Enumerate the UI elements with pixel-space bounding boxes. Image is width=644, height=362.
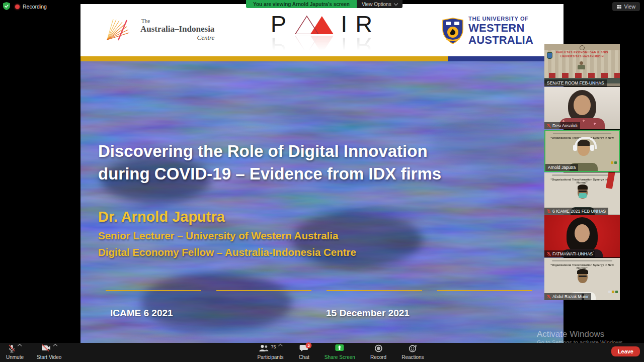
backdrop-quote: “Organizational Transformation Synergy i… xyxy=(547,263,617,269)
participants-menu-caret[interactable] xyxy=(278,344,282,348)
pair-letter-i: I xyxy=(341,14,348,34)
author-name: Dr. Arnold Japutra xyxy=(98,209,356,225)
participants-count: 75 xyxy=(271,344,276,349)
view-button[interactable]: View xyxy=(612,2,640,11)
uwa-line3: AUSTRALIA xyxy=(468,35,533,46)
aic-logo-the: The xyxy=(141,18,214,24)
mic-muted-icon xyxy=(9,344,15,353)
slide-divider-lines xyxy=(106,290,532,291)
unmute-button[interactable]: Unmute xyxy=(6,344,24,360)
uwa-line1: THE UNIVERSITY OF xyxy=(468,16,533,22)
participant-name: SENATE ROOM FEB-UNHAS xyxy=(547,80,604,85)
uwa-crest-icon xyxy=(442,18,463,45)
pair-triangles-icon xyxy=(294,13,334,34)
screen-share-banner: You are viewing Arnold Japutra's screen xyxy=(246,0,357,8)
author-role-1: Senior Lecturer – University of Western … xyxy=(98,230,356,242)
share-screen-icon xyxy=(336,344,344,351)
shared-screen-slide: The Australia–Indonesia Centre P I R P I… xyxy=(80,4,564,343)
chat-unread-badge: 2 xyxy=(306,342,312,348)
participants-icon xyxy=(259,344,269,352)
muted-mic-icon xyxy=(547,209,551,214)
video-thumbnail-desi-arisandi[interactable]: Desi Arisandi xyxy=(544,87,620,129)
muted-mic-icon xyxy=(547,295,551,299)
leave-button[interactable]: Leave xyxy=(611,346,640,356)
video-thumbnail-panel: FAKULTAS EKONOMI DAN BISNIS UNIVERSITAS … xyxy=(544,44,620,301)
aic-logo-centre: Centre xyxy=(140,34,214,41)
share-screen-button[interactable]: Share Screen xyxy=(325,344,355,360)
muted-mic-icon xyxy=(547,124,551,128)
reactions-button[interactable]: Reactions xyxy=(401,344,424,360)
recording-dot-icon xyxy=(15,5,20,9)
chevron-down-icon xyxy=(393,1,397,5)
muted-mic-icon xyxy=(547,252,551,256)
slide-body: Discovering the Role of Digital Innovati… xyxy=(80,61,564,343)
slide-accent-bar xyxy=(80,56,564,61)
view-options-button[interactable]: View Options xyxy=(357,0,403,8)
meeting-toolbar: Unmute Start Video 75 xyxy=(0,343,644,362)
slide-title: Discovering the Role of Digital Innovati… xyxy=(98,140,441,185)
slide-title-line1: Discovering the Role of Digital Innovati… xyxy=(98,140,441,162)
video-thumbnail-arnold-japutra[interactable]: “Organizational Transformation Synergy i… xyxy=(544,130,620,172)
record-button[interactable]: Record xyxy=(370,344,386,360)
pair-letter-r: R xyxy=(355,14,373,34)
slide-title-line2: during COVID-19 – Evidence from IDX firm… xyxy=(98,162,441,185)
senate-wall-text-2: UNIVERSITAS HASANUDDIN xyxy=(546,55,618,58)
uwa-line2: WESTERN xyxy=(468,23,533,34)
recording-indicator: Recording xyxy=(15,4,47,10)
start-video-button[interactable]: Start Video xyxy=(37,344,61,360)
chat-button[interactable]: 2 Chat xyxy=(299,344,309,360)
slide-author-block: Dr. Arnold Japutra Senior Lecturer – Uni… xyxy=(98,209,356,258)
participant-name: Arnold Japutra xyxy=(548,165,576,170)
uwa-logo: THE UNIVERSITY OF WESTERN AUSTRALIA xyxy=(442,16,533,46)
video-thumbnail-abdul-razak-munir[interactable]: “Organizational Transformation Synergy i… xyxy=(544,258,620,300)
video-thumbnail-icame-host[interactable]: “Organizational Transformation Synergy i… xyxy=(544,172,620,215)
video-menu-caret[interactable] xyxy=(53,344,57,348)
aic-logo-name: Australia–Indonesia xyxy=(140,25,214,33)
author-role-2: Digital Economy Fellow – Australia-Indon… xyxy=(98,246,356,258)
grid-view-icon xyxy=(617,5,621,9)
security-shield-icon xyxy=(3,2,10,12)
video-thumbnail-senate-room[interactable]: FAKULTAS EKONOMI DAN BISNIS UNIVERSITAS … xyxy=(544,44,620,86)
conference-name: ICAME 6 2021 xyxy=(110,308,173,319)
australia-indonesia-centre-logo: The Australia–Indonesia Centre xyxy=(103,17,214,41)
presentation-date: 15 December 2021 xyxy=(326,308,410,319)
record-icon xyxy=(374,344,382,352)
aic-fan-icon xyxy=(103,17,136,41)
participant-name: FATMAWATI-UNHAS xyxy=(552,251,593,256)
pair-letter-p: P xyxy=(271,14,287,34)
participant-name: 6 ICAME 2021 FEB UNHAS xyxy=(552,209,606,214)
watermark-line1: Activate Windows xyxy=(537,329,624,339)
top-bar: Recording You are viewing Arnold Japutra… xyxy=(0,0,644,12)
senate-wall-text-1: FAKULTAS EKONOMI DAN BISNIS xyxy=(546,51,618,54)
participant-name: Abdul Razak Munir xyxy=(552,294,589,299)
reactions-smiley-icon xyxy=(409,344,417,352)
pair-logo-reflection: P I R xyxy=(271,36,373,57)
video-thumbnail-fatmawati[interactable]: FATMAWATI-UNHAS xyxy=(544,215,620,257)
unmute-menu-caret[interactable] xyxy=(18,344,22,348)
recording-label: Recording xyxy=(23,4,47,10)
pair-logo: P I R P I R xyxy=(271,13,373,57)
participant-name: Desi Arisandi xyxy=(552,123,578,128)
video-off-icon xyxy=(41,344,51,351)
participants-button[interactable]: 75 Participants xyxy=(257,344,283,360)
